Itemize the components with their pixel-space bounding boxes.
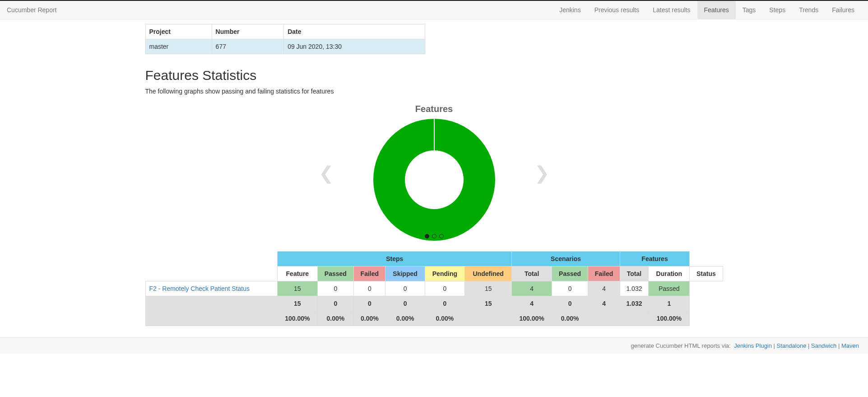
cell-duration: 1.032 bbox=[620, 281, 649, 296]
col-steps-total: Total bbox=[512, 266, 552, 281]
cell-status: Passed bbox=[649, 281, 690, 296]
footer-link-jenkins[interactable]: Jenkins Plugin bbox=[734, 342, 772, 349]
nav-failures[interactable]: Failures bbox=[825, 1, 861, 19]
build-info-table: Project Number Date master 677 09 Jun 20… bbox=[145, 24, 425, 54]
info-header-number: Number bbox=[212, 24, 284, 39]
pct-steps-failed: 0.00% bbox=[317, 311, 354, 326]
feature-link[interactable]: F2 - Remotely Check Patient Status bbox=[149, 285, 250, 292]
nav-jenkins[interactable]: Jenkins bbox=[552, 1, 587, 19]
carousel-dot-3[interactable] bbox=[439, 234, 444, 238]
chart-carousel: Features ❮ ❯ bbox=[145, 104, 723, 242]
cell-steps-skipped: 0 bbox=[354, 281, 385, 296]
info-number: 677 bbox=[212, 39, 284, 54]
col-steps-skipped: Skipped bbox=[385, 266, 425, 281]
pct-scen-failed: 0.00% bbox=[552, 311, 588, 326]
info-project: master bbox=[145, 39, 212, 54]
nav-previous-results[interactable]: Previous results bbox=[588, 1, 646, 19]
info-header-date: Date bbox=[284, 24, 425, 39]
group-steps: Steps bbox=[278, 252, 512, 266]
nav-trends[interactable]: Trends bbox=[792, 1, 825, 19]
nav-steps[interactable]: Steps bbox=[762, 1, 792, 19]
col-status: Status bbox=[690, 266, 723, 281]
tot-steps-pending: 0 bbox=[385, 296, 425, 311]
col-steps-pending: Pending bbox=[425, 266, 464, 281]
info-date: 09 Jun 2020, 13:30 bbox=[284, 39, 425, 54]
pct-steps-pending: 0.00% bbox=[385, 311, 425, 326]
cell-scen-passed: 4 bbox=[512, 281, 552, 296]
group-features: Features bbox=[620, 252, 690, 266]
tot-steps-total: 15 bbox=[465, 296, 512, 311]
footer-link-maven[interactable]: Maven bbox=[841, 342, 859, 349]
col-scen-total: Total bbox=[620, 266, 649, 281]
group-scenarios: Scenarios bbox=[512, 252, 620, 266]
tot-features: 1 bbox=[649, 296, 690, 311]
carousel-indicators bbox=[425, 234, 444, 238]
col-scen-failed: Failed bbox=[588, 266, 620, 281]
footer-link-sandwich[interactable]: Sandwich bbox=[811, 342, 836, 349]
cell-steps-total: 15 bbox=[465, 281, 512, 296]
cell-steps-pending: 0 bbox=[385, 281, 425, 296]
carousel-dot-1[interactable] bbox=[425, 234, 429, 238]
col-duration: Duration bbox=[649, 266, 690, 281]
main-container: Project Number Date master 677 09 Jun 20… bbox=[145, 19, 723, 326]
col-scen-passed: Passed bbox=[552, 266, 588, 281]
tot-steps-skipped: 0 bbox=[354, 296, 385, 311]
totals-row: 15 0 0 0 0 15 4 0 4 1.032 1 bbox=[145, 296, 723, 311]
carousel-next-icon[interactable]: ❯ bbox=[534, 164, 550, 182]
pct-steps-undefined: 0.00% bbox=[425, 311, 464, 326]
pct-scen-passed: 100.00% bbox=[512, 311, 552, 326]
navbar-nav: Jenkins Previous results Latest results … bbox=[552, 1, 861, 19]
tot-duration: 1.032 bbox=[620, 296, 649, 311]
chart-title: Features bbox=[145, 104, 723, 114]
tot-steps-undefined: 0 bbox=[425, 296, 464, 311]
cell-scen-failed: 0 bbox=[552, 281, 588, 296]
cell-steps-failed: 0 bbox=[317, 281, 354, 296]
tot-scen-passed: 4 bbox=[512, 296, 552, 311]
pct-steps-skipped: 0.00% bbox=[354, 311, 385, 326]
col-steps-passed: Passed bbox=[317, 266, 354, 281]
tot-steps-failed: 0 bbox=[317, 296, 354, 311]
navbar-brand[interactable]: Cucumber Report bbox=[7, 6, 64, 14]
table-row: F2 - Remotely Check Patient Status 15 0 … bbox=[145, 281, 723, 296]
features-donut-chart bbox=[373, 119, 495, 241]
tot-steps-passed: 15 bbox=[278, 296, 317, 311]
page-subtitle: The following graphs show passing and fa… bbox=[145, 88, 723, 95]
stats-table: Steps Scenarios Features Feature Passed … bbox=[145, 251, 723, 326]
pct-features: 100.00% bbox=[649, 311, 690, 326]
nav-latest-results[interactable]: Latest results bbox=[646, 1, 697, 19]
percent-row: 100.00% 0.00% 0.00% 0.00% 0.00% 100.00% … bbox=[145, 311, 723, 326]
col-steps-failed: Failed bbox=[354, 266, 385, 281]
info-header-project: Project bbox=[145, 24, 212, 39]
cell-steps-undefined: 0 bbox=[425, 281, 464, 296]
nav-tags[interactable]: Tags bbox=[736, 1, 763, 19]
footer: generate Cucumber HTML reports via: Jenk… bbox=[0, 337, 868, 354]
page-title: Features Statistics bbox=[145, 68, 723, 83]
carousel-dot-2[interactable] bbox=[432, 234, 436, 238]
col-feature: Feature bbox=[278, 266, 317, 281]
carousel-prev-icon[interactable]: ❮ bbox=[319, 164, 334, 182]
navbar: Cucumber Report Jenkins Previous results… bbox=[0, 0, 868, 19]
col-steps-undefined: Undefined bbox=[465, 266, 512, 281]
tot-scen-total: 4 bbox=[588, 296, 620, 311]
pct-steps-passed: 100.00% bbox=[278, 311, 317, 326]
footer-text: generate Cucumber HTML reports via: bbox=[631, 342, 731, 349]
nav-features[interactable]: Features bbox=[697, 1, 736, 19]
footer-link-standalone[interactable]: Standalone bbox=[777, 342, 807, 349]
cell-scen-total: 4 bbox=[588, 281, 620, 296]
tot-scen-failed: 0 bbox=[552, 296, 588, 311]
cell-steps-passed: 15 bbox=[278, 281, 317, 296]
